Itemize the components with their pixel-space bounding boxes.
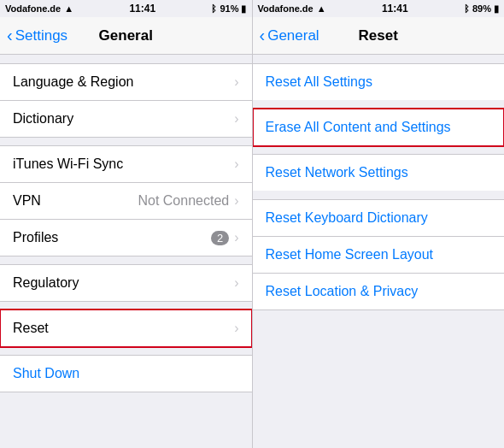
- profiles-badge: 2: [211, 231, 229, 245]
- left-group-1: Language & Region › Dictionary ›: [0, 63, 252, 137]
- reset-item-keyboard[interactable]: Reset Keyboard Dictionary: [253, 199, 505, 237]
- right-back-label: General: [267, 27, 319, 44]
- list-item-reset[interactable]: Reset ›: [0, 309, 252, 347]
- reset-item-network[interactable]: Reset Network Settings: [253, 154, 505, 192]
- reset-item-homescreen[interactable]: Reset Home Screen Layout: [253, 236, 505, 274]
- reset-location-label: Reset Location & Privacy: [266, 284, 419, 299]
- right-status-bar: Vodafone.de ▲ 11:41 ᛒ 89% ▮: [253, 0, 505, 17]
- left-time: 11:41: [129, 3, 155, 15]
- dictionary-chevron-icon: ›: [234, 111, 238, 127]
- left-status-bar: Vodafone.de ▲ 11:41 ᛒ 91% ▮: [0, 0, 252, 17]
- right-back-button[interactable]: ‹ General: [260, 27, 319, 44]
- erase-all-label: Erase All Content and Settings: [266, 120, 451, 135]
- list-item-itunes-wifi[interactable]: iTunes Wi-Fi Sync ›: [0, 145, 252, 183]
- profiles-label: Profiles: [13, 230, 211, 245]
- left-status-right: ᛒ 91% ▮: [211, 3, 246, 15]
- right-status-left: Vodafone.de ▲: [258, 3, 326, 14]
- right-status-right: ᛒ 89% ▮: [464, 3, 499, 15]
- left-bluetooth-icon: ᛒ: [211, 3, 217, 14]
- reset-all-settings-label: Reset All Settings: [266, 74, 372, 90]
- reset-label: Reset: [13, 321, 234, 336]
- reset-separator-1: [253, 100, 505, 109]
- reset-chevron-icon: ›: [234, 321, 238, 336]
- list-item-vpn[interactable]: VPN Not Connected ›: [0, 182, 252, 220]
- left-carrier: Vodafone.de: [5, 3, 61, 14]
- shutdown-label: Shut Down: [13, 366, 79, 381]
- reset-network-label: Reset Network Settings: [266, 165, 408, 180]
- reset-item-erase-all[interactable]: Erase All Content and Settings: [253, 109, 505, 146]
- reset-separator-2: [253, 145, 505, 154]
- reset-item-all-settings[interactable]: Reset All Settings: [253, 63, 505, 101]
- list-item-shutdown[interactable]: Shut Down: [0, 355, 252, 392]
- list-item-dictionary[interactable]: Dictionary ›: [0, 100, 252, 138]
- reset-homescreen-label: Reset Home Screen Layout: [266, 247, 434, 262]
- left-wifi-icon: ▲: [64, 3, 73, 14]
- left-group-2: iTunes Wi-Fi Sync › VPN Not Connected › …: [0, 145, 252, 256]
- reset-keyboard-label: Reset Keyboard Dictionary: [266, 210, 428, 226]
- reset-list: Reset All Settings Erase All Content and…: [253, 63, 505, 309]
- right-time: 11:41: [382, 3, 408, 15]
- reset-item-location[interactable]: Reset Location & Privacy: [253, 273, 505, 310]
- left-status-left: Vodafone.de ▲: [5, 3, 73, 14]
- left-back-chevron-icon: ‹: [7, 27, 13, 44]
- list-item-regulatory[interactable]: Regulatory ›: [0, 264, 252, 302]
- regulatory-label: Regulatory: [13, 275, 234, 291]
- itunes-wifi-label: iTunes Wi-Fi Sync: [13, 156, 234, 172]
- left-back-label: Settings: [15, 27, 67, 44]
- right-battery-percent: 89%: [472, 3, 491, 14]
- right-bluetooth-icon: ᛒ: [464, 3, 470, 14]
- left-nav-title: General: [99, 27, 153, 44]
- vpn-label: VPN: [13, 193, 138, 209]
- right-back-chevron-icon: ‹: [260, 27, 266, 44]
- language-chevron-icon: ›: [234, 74, 238, 90]
- language-label: Language & Region: [13, 74, 234, 90]
- list-item-language[interactable]: Language & Region ›: [0, 63, 252, 101]
- left-nav-bar: ‹ Settings General: [0, 17, 252, 55]
- right-nav-title: Reset: [359, 27, 398, 44]
- left-shutdown-group: Shut Down: [0, 355, 252, 392]
- vpn-chevron-icon: ›: [234, 193, 238, 209]
- left-panel: Vodafone.de ▲ 11:41 ᛒ 91% ▮ ‹ Settings G…: [0, 0, 252, 448]
- right-battery-icon: ▮: [494, 3, 499, 15]
- right-nav-bar: ‹ General Reset: [253, 17, 505, 55]
- vpn-value: Not Connected: [138, 193, 229, 209]
- profiles-chevron-icon: ›: [234, 230, 238, 245]
- left-group-3: Regulatory ›: [0, 264, 252, 301]
- itunes-wifi-chevron-icon: ›: [234, 156, 238, 172]
- right-wifi-icon: ▲: [317, 3, 326, 14]
- left-back-button[interactable]: ‹ Settings: [7, 27, 67, 44]
- left-battery-percent: 91%: [220, 3, 238, 14]
- dictionary-label: Dictionary: [13, 111, 234, 127]
- right-carrier: Vodafone.de: [258, 3, 314, 14]
- left-battery-icon: ▮: [241, 3, 246, 15]
- right-panel: Vodafone.de ▲ 11:41 ᛒ 89% ▮ ‹ General Re…: [253, 0, 505, 448]
- left-group-4: Reset ›: [0, 309, 252, 346]
- regulatory-chevron-icon: ›: [234, 275, 238, 291]
- reset-separator-3: [253, 191, 505, 199]
- list-item-profiles[interactable]: Profiles 2 ›: [0, 219, 252, 256]
